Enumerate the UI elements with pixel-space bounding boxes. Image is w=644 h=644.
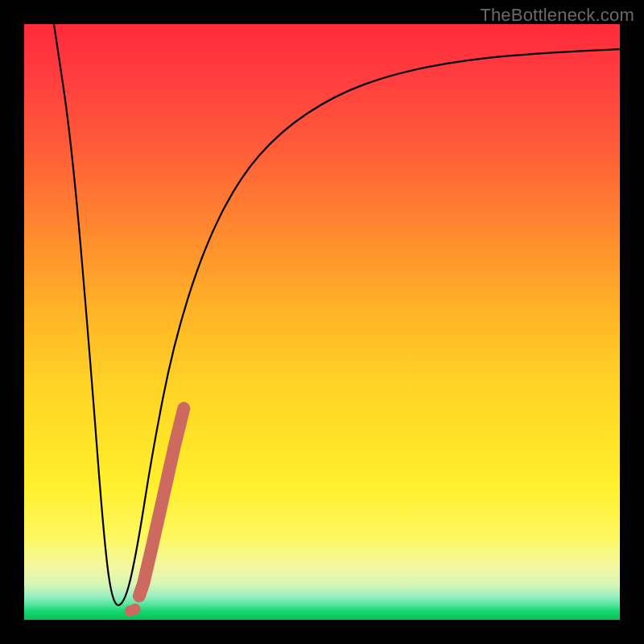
highlight-dot-1	[125, 605, 136, 617]
chart-frame: TheBottleneck.com	[0, 0, 644, 644]
watermark-text: TheBottleneck.com	[480, 5, 634, 26]
plot-area	[24, 24, 620, 620]
highlight-dot-2	[130, 604, 141, 615]
curve-layer	[24, 24, 620, 620]
highlight-stroke	[139, 408, 184, 596]
bottleneck-curve	[54, 24, 620, 605]
